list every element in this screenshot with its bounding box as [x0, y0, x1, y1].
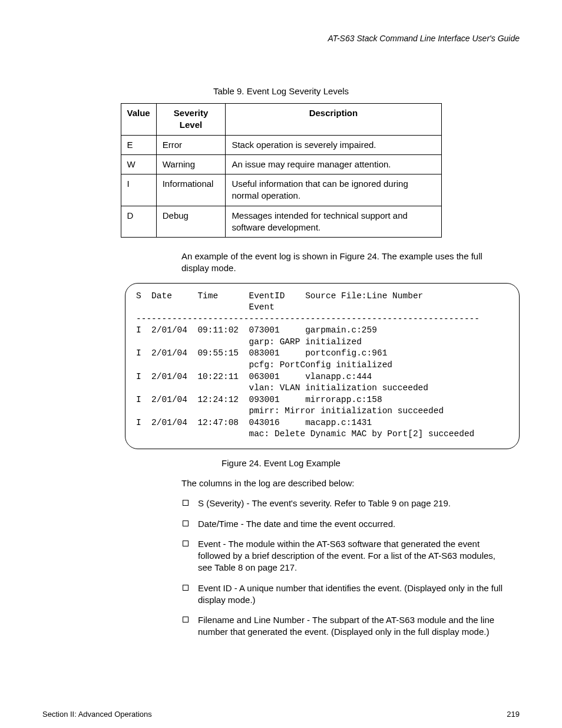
cell-level: Error: [156, 135, 226, 154]
cell-desc: An issue may require manager attention.: [226, 154, 441, 174]
column-description-list: S (Severity) - The event's severity. Ref…: [181, 498, 508, 638]
th-value: Value: [121, 104, 156, 136]
cell-value: W: [121, 154, 156, 174]
th-level: Severity Level: [156, 104, 226, 136]
footer-page-number: 219: [507, 709, 520, 720]
list-item: Date/Time - The date and time the event …: [181, 518, 508, 530]
cell-desc: Stack operation is severely impaired.: [226, 135, 441, 154]
running-header: AT-S63 Stack Command Line Interface User…: [42, 33, 520, 44]
table-row: E Error Stack operation is severely impa…: [121, 135, 441, 154]
table-caption: Table 9. Event Log Severity Levels: [42, 85, 520, 97]
severity-table: Value Severity Level Description E Error…: [121, 103, 442, 238]
cell-desc: Messages intended for technical support …: [226, 206, 441, 238]
event-log-box: S Date Time EventID Source File:Line Num…: [125, 283, 520, 449]
list-item: Filename and Line Number - The subpart o…: [181, 614, 508, 638]
table-row: I Informational Useful information that …: [121, 174, 441, 206]
table-row: D Debug Messages intended for technical …: [121, 206, 441, 238]
list-item: Event ID - A unique number that identifi…: [181, 582, 508, 607]
table-row: W Warning An issue may require manager a…: [121, 154, 441, 174]
th-desc: Description: [226, 104, 441, 136]
cell-level: Debug: [156, 206, 226, 238]
figure-caption: Figure 24. Event Log Example: [42, 457, 520, 469]
list-item: Event - The module within the AT-S63 sof…: [181, 538, 508, 574]
cell-value: I: [121, 174, 156, 206]
cell-desc: Useful information that can be ignored d…: [226, 174, 441, 206]
list-item: S (Severity) - The event's severity. Ref…: [181, 498, 508, 509]
cell-value: E: [121, 135, 156, 154]
footer-section: Section II: Advanced Operations: [42, 709, 152, 720]
cell-value: D: [121, 206, 156, 238]
columns-intro: The columns in the log are described bel…: [181, 477, 508, 489]
page-footer: Section II: Advanced Operations 219: [42, 709, 520, 720]
cell-level: Informational: [156, 174, 226, 206]
cell-level: Warning: [156, 154, 226, 174]
intro-paragraph: An example of the event log is shown in …: [181, 251, 508, 275]
